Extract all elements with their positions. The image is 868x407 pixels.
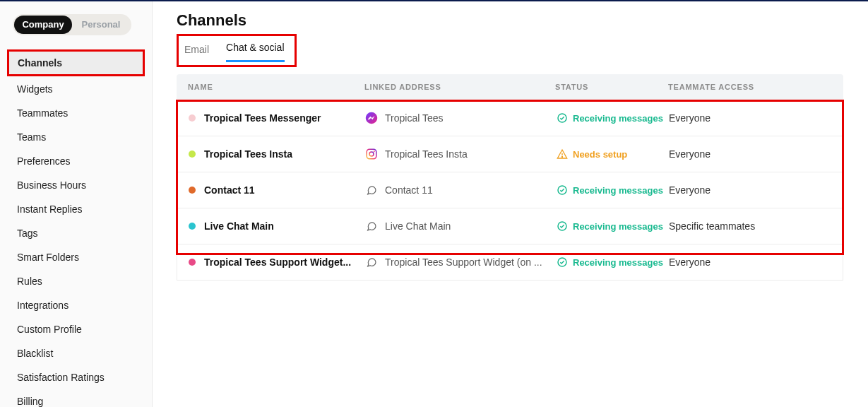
name-cell: Tropical Tees Insta (189, 148, 365, 160)
table-body: Tropical Tees Messenger Tropical Tees Re… (177, 100, 843, 281)
color-dot (189, 114, 196, 122)
sidebar-item-teammates[interactable]: Teammates (8, 102, 143, 124)
toggle-company[interactable]: Company (14, 16, 72, 34)
toggle-personal[interactable]: Personal (72, 16, 130, 34)
linked-address: Contact 11 (385, 184, 433, 196)
sidebar-item-smart-folders[interactable]: Smart Folders (8, 246, 143, 269)
svg-point-3 (369, 152, 374, 156)
col-status: STATUS (555, 83, 668, 91)
access-cell: Specific teammates (669, 220, 831, 232)
check-circle-icon (556, 184, 569, 196)
channel-name: Contact 11 (204, 184, 255, 196)
tabs: Email Chat & social (179, 36, 295, 65)
table-header: NAME LINKED ADDRESS STATUS TEAMMATE ACCE… (177, 74, 843, 100)
sidebar-item-preferences[interactable]: Preferences (8, 150, 143, 172)
linked-address: Tropical Tees Support Widget (on ... (385, 256, 542, 268)
check-circle-icon (556, 112, 569, 124)
channel-name: Tropical Tees Messenger (204, 112, 321, 124)
check-circle-icon (556, 256, 569, 269)
name-cell: Tropical Tees Support Widget... (189, 256, 365, 268)
chat-bubble-icon (365, 256, 378, 269)
channel-name: Tropical Tees Insta (204, 148, 292, 160)
sidebar-item-integrations[interactable]: Integrations (8, 294, 143, 317)
access-cell: Everyone (669, 256, 831, 268)
check-circle-icon (556, 220, 569, 232)
linked-cell: Tropical Tees (365, 112, 556, 124)
messenger-icon (365, 112, 378, 124)
table-row[interactable]: Contact 11 Contact 11 Receiving messages (177, 172, 843, 208)
sidebar-item-instant-replies[interactable]: Instant Replies (8, 198, 143, 220)
linked-address: Tropical Tees Insta (385, 148, 468, 160)
status-text: Receiving messages (573, 221, 663, 232)
name-cell: Tropical Tees Messenger (189, 112, 365, 124)
table-row[interactable]: Live Chat Main Live Chat Main Receiving … (177, 208, 843, 244)
name-cell: Live Chat Main (189, 220, 365, 232)
page-title: Channels (177, 11, 848, 30)
table-row[interactable]: Tropical Tees Support Widget... Tropical… (177, 244, 843, 280)
svg-point-4 (374, 151, 375, 152)
chat-bubble-icon (365, 184, 378, 196)
instagram-icon (365, 148, 378, 160)
sidebar-item-billing[interactable]: Billing (8, 390, 143, 407)
color-dot (189, 187, 196, 194)
linked-cell: Live Chat Main (365, 220, 556, 232)
linked-address: Live Chat Main (385, 220, 451, 232)
channel-name: Live Chat Main (204, 220, 274, 232)
sidebar: Company Personal Channels Widgets Teamma… (0, 1, 153, 407)
chat-bubble-icon (365, 220, 378, 232)
scope-toggle: Company Personal (13, 14, 131, 35)
table-row[interactable]: Tropical Tees Messenger Tropical Tees Re… (177, 100, 843, 136)
status-text: Receiving messages (573, 257, 663, 268)
sidebar-item-satisfaction-ratings[interactable]: Satisfaction Ratings (8, 366, 143, 389)
warning-triangle-icon (556, 148, 569, 160)
linked-cell: Tropical Tees Support Widget (on ... (365, 256, 556, 269)
status-text: Receiving messages (573, 185, 663, 196)
col-access: TEAMMATE ACCESS (668, 83, 832, 91)
color-dot (189, 223, 196, 230)
status-cell: Receiving messages (556, 256, 669, 269)
sidebar-item-custom-profile[interactable]: Custom Profile (8, 318, 143, 341)
main-content: Channels Email Chat & social NAME LINKED… (153, 1, 868, 407)
table-row[interactable]: Tropical Tees Insta Tropical Tees Insta … (177, 136, 843, 172)
sidebar-item-business-hours[interactable]: Business Hours (8, 174, 143, 196)
color-dot (189, 151, 196, 158)
sidebar-item-tags[interactable]: Tags (8, 222, 143, 244)
col-linked: LINKED ADDRESS (364, 83, 555, 91)
access-cell: Everyone (669, 184, 831, 196)
channels-table: NAME LINKED ADDRESS STATUS TEAMMATE ACCE… (177, 74, 843, 281)
col-name: NAME (188, 83, 364, 91)
name-cell: Contact 11 (189, 184, 365, 196)
status-text: Needs setup (573, 149, 627, 160)
sidebar-item-channels[interactable]: Channels (9, 52, 143, 74)
svg-point-6 (561, 156, 562, 157)
status-cell: Receiving messages (556, 220, 669, 232)
status-cell: Receiving messages (556, 112, 669, 124)
svg-rect-2 (367, 149, 376, 159)
status-cell: Needs setup (556, 148, 669, 160)
status-text: Receiving messages (573, 113, 663, 124)
tab-email[interactable]: Email (184, 44, 209, 62)
access-cell: Everyone (669, 112, 831, 124)
tab-chat-social[interactable]: Chat & social (226, 42, 284, 62)
sidebar-item-rules[interactable]: Rules (8, 270, 143, 293)
sidebar-item-teams[interactable]: Teams (8, 126, 143, 148)
tabs-highlight: Email Chat & social (177, 34, 297, 67)
linked-cell: Tropical Tees Insta (365, 148, 556, 160)
status-cell: Receiving messages (556, 184, 669, 196)
linked-address: Tropical Tees (385, 112, 443, 124)
linked-cell: Contact 11 (365, 184, 556, 196)
sidebar-item-widgets[interactable]: Widgets (8, 78, 143, 100)
access-cell: Everyone (669, 148, 831, 160)
channel-name: Tropical Tees Support Widget... (204, 256, 351, 268)
sidebar-item-blacklist[interactable]: Blacklist (8, 342, 143, 365)
color-dot (189, 259, 196, 266)
